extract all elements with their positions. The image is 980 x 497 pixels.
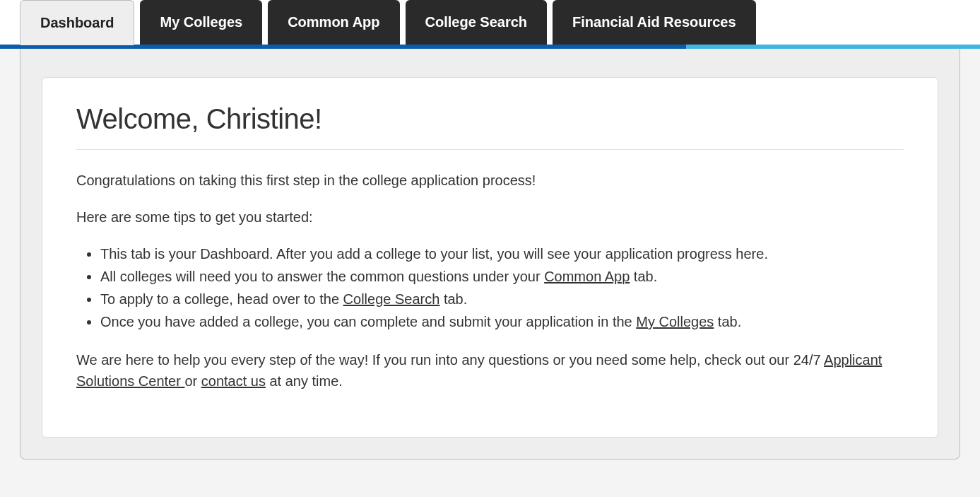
closing-text: We are here to help you every step of th… bbox=[76, 349, 904, 392]
dashboard-panel: Welcome, Christine! Congratulations on t… bbox=[20, 49, 960, 460]
tips-list: This tab is your Dashboard. After you ad… bbox=[76, 243, 904, 332]
tip-text: tab. bbox=[630, 269, 657, 284]
welcome-title: Welcome, Christine! bbox=[76, 103, 904, 150]
tab-financial-aid-resources[interactable]: Financial Aid Resources bbox=[553, 0, 756, 45]
tab-bar: Dashboard My Colleges Common App College… bbox=[0, 0, 980, 45]
closing-part: or bbox=[184, 373, 201, 389]
link-my-colleges[interactable]: My Colleges bbox=[636, 314, 714, 329]
tab-dashboard[interactable]: Dashboard bbox=[20, 0, 134, 45]
tip-item: All colleges will need you to answer the… bbox=[100, 266, 904, 287]
link-common-app[interactable]: Common App bbox=[544, 269, 630, 284]
tip-text: To apply to a college, head over to the bbox=[100, 291, 343, 307]
link-college-search[interactable]: College Search bbox=[343, 291, 440, 307]
closing-part: at any time. bbox=[266, 373, 343, 389]
tip-item: Once you have added a college, you can c… bbox=[100, 311, 904, 332]
tip-text: tab. bbox=[714, 314, 741, 329]
tip-item: To apply to a college, head over to the … bbox=[100, 288, 904, 310]
tip-item: This tab is your Dashboard. After you ad… bbox=[100, 243, 904, 264]
tip-text: tab. bbox=[439, 291, 467, 307]
tip-text: All colleges will need you to answer the… bbox=[100, 269, 544, 284]
accent-divider bbox=[0, 45, 980, 49]
tab-common-app[interactable]: Common App bbox=[268, 0, 399, 45]
tab-my-colleges[interactable]: My Colleges bbox=[140, 0, 262, 45]
welcome-card: Welcome, Christine! Congratulations on t… bbox=[42, 77, 938, 438]
link-contact-us[interactable]: contact us bbox=[201, 373, 266, 389]
tip-text: Once you have added a college, you can c… bbox=[100, 314, 636, 329]
tab-college-search[interactable]: College Search bbox=[406, 0, 548, 45]
closing-part: We are here to help you every step of th… bbox=[76, 352, 824, 368]
intro-text: Congratulations on taking this first ste… bbox=[76, 170, 904, 191]
tips-intro-text: Here are some tips to get you started: bbox=[76, 206, 904, 228]
